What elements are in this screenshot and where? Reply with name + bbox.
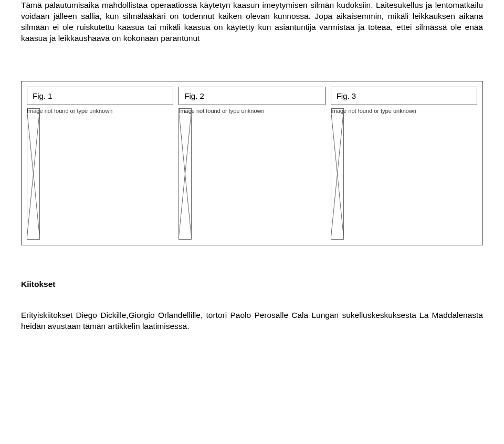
figure-caption: Fig. 3 [331, 87, 477, 105]
body-paragraph: Tämä palautumisaika mahdollistaa operaat… [21, 0, 483, 44]
figure-cell-1: Fig. 1 Image not found or type unknown [27, 87, 173, 240]
broken-image-icon [331, 108, 344, 240]
broken-image-icon [27, 108, 40, 240]
broken-image-placeholder: Image not found or type unknown [331, 108, 477, 240]
broken-image-placeholder: Image not found or type unknown [27, 108, 173, 240]
figure-caption: Fig. 2 [178, 87, 325, 105]
figure-cell-2: Fig. 2 Image not found or type unknown [178, 87, 325, 240]
figures-container: Fig. 1 Image not found or type unknown F… [21, 81, 483, 245]
acknowledgements-paragraph: Erityiskiitokset Diego Dickille,Giorgio … [21, 310, 483, 332]
acknowledgements-heading: Kiitokset [21, 280, 483, 289]
figure-caption: Fig. 1 [27, 87, 173, 105]
broken-image-text: Image not found or type unknown [27, 108, 112, 114]
broken-image-text: Image not found or type unknown [331, 108, 416, 114]
broken-image-icon [178, 108, 192, 240]
figure-cell-3: Fig. 3 Image not found or type unknown [331, 87, 477, 240]
broken-image-text: Image not found or type unknown [178, 108, 264, 114]
broken-image-placeholder: Image not found or type unknown [178, 108, 325, 240]
